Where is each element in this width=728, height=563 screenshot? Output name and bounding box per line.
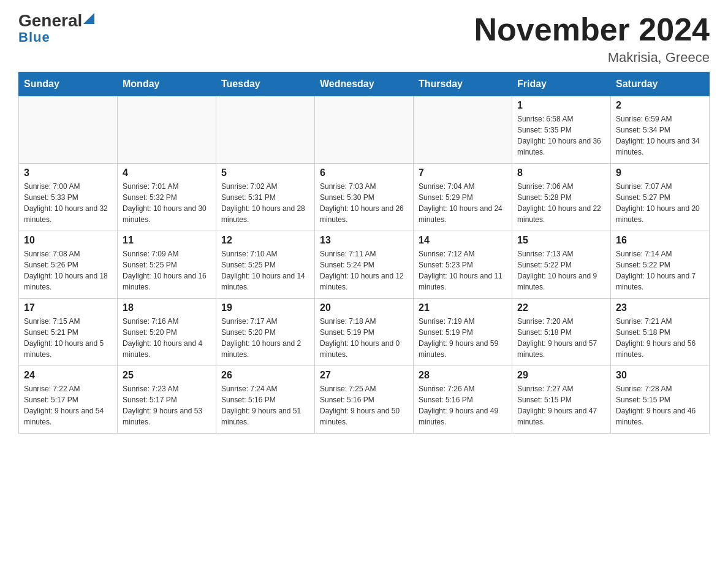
calendar-cell: 20Sunrise: 7:18 AMSunset: 5:19 PMDayligh… — [315, 299, 414, 366]
day-number: 1 — [517, 100, 605, 111]
day-info: Sunrise: 7:16 AMSunset: 5:20 PMDaylight:… — [123, 316, 211, 360]
calendar-cell: 16Sunrise: 7:14 AMSunset: 5:22 PMDayligh… — [611, 231, 710, 299]
week-row-4: 17Sunrise: 7:15 AMSunset: 5:21 PMDayligh… — [19, 299, 710, 366]
calendar-cell: 29Sunrise: 7:27 AMSunset: 5:15 PMDayligh… — [512, 366, 611, 434]
day-number: 24 — [24, 370, 112, 381]
day-info: Sunrise: 7:06 AMSunset: 5:28 PMDaylight:… — [517, 181, 605, 225]
week-row-5: 24Sunrise: 7:22 AMSunset: 5:17 PMDayligh… — [19, 366, 710, 434]
page-header: General Blue November 2024 Makrisia, Gre… — [18, 12, 710, 66]
calendar-cell: 13Sunrise: 7:11 AMSunset: 5:24 PMDayligh… — [315, 231, 414, 299]
day-number: 4 — [123, 167, 211, 178]
calendar-cell: 18Sunrise: 7:16 AMSunset: 5:20 PMDayligh… — [118, 299, 216, 366]
week-row-2: 3Sunrise: 7:00 AMSunset: 5:33 PMDaylight… — [19, 164, 710, 231]
calendar-cell: 1Sunrise: 6:58 AMSunset: 5:35 PMDaylight… — [512, 96, 611, 164]
svg-marker-0 — [83, 13, 94, 24]
location: Makrisia, Greece — [474, 50, 710, 66]
day-number: 30 — [616, 370, 704, 381]
day-number: 28 — [419, 370, 507, 381]
day-number: 2 — [616, 100, 704, 111]
day-of-week-saturday: Saturday — [611, 72, 710, 96]
day-number: 11 — [123, 235, 211, 246]
day-number: 21 — [419, 302, 507, 313]
day-number: 9 — [616, 167, 704, 178]
title-area: November 2024 Makrisia, Greece — [474, 12, 710, 66]
calendar-table: SundayMondayTuesdayWednesdayThursdayFrid… — [18, 72, 710, 434]
day-info: Sunrise: 7:14 AMSunset: 5:22 PMDaylight:… — [616, 248, 704, 293]
calendar-cell: 6Sunrise: 7:03 AMSunset: 5:30 PMDaylight… — [315, 164, 414, 231]
calendar-cell: 14Sunrise: 7:12 AMSunset: 5:23 PMDayligh… — [414, 231, 512, 299]
calendar-cell: 24Sunrise: 7:22 AMSunset: 5:17 PMDayligh… — [19, 366, 118, 434]
day-number: 26 — [221, 370, 309, 381]
day-info: Sunrise: 7:27 AMSunset: 5:15 PMDaylight:… — [517, 383, 605, 427]
calendar-cell — [19, 96, 118, 164]
day-number: 23 — [616, 302, 704, 313]
day-number: 17 — [24, 302, 112, 313]
day-info: Sunrise: 7:23 AMSunset: 5:17 PMDaylight:… — [123, 383, 211, 427]
calendar-cell: 11Sunrise: 7:09 AMSunset: 5:25 PMDayligh… — [118, 231, 216, 299]
calendar-cell: 30Sunrise: 7:28 AMSunset: 5:15 PMDayligh… — [611, 366, 710, 434]
calendar-cell: 2Sunrise: 6:59 AMSunset: 5:34 PMDaylight… — [611, 96, 710, 164]
calendar-cell: 3Sunrise: 7:00 AMSunset: 5:33 PMDaylight… — [19, 164, 118, 231]
day-info: Sunrise: 7:18 AMSunset: 5:19 PMDaylight:… — [320, 316, 408, 360]
day-number: 6 — [320, 167, 408, 178]
day-number: 13 — [320, 235, 408, 246]
day-info: Sunrise: 7:26 AMSunset: 5:16 PMDaylight:… — [419, 383, 507, 427]
calendar-cell: 17Sunrise: 7:15 AMSunset: 5:21 PMDayligh… — [19, 299, 118, 366]
calendar-cell: 12Sunrise: 7:10 AMSunset: 5:25 PMDayligh… — [216, 231, 315, 299]
calendar-cell: 15Sunrise: 7:13 AMSunset: 5:22 PMDayligh… — [512, 231, 611, 299]
calendar-header-row: SundayMondayTuesdayWednesdayThursdayFrid… — [19, 72, 710, 96]
day-info: Sunrise: 7:00 AMSunset: 5:33 PMDaylight:… — [24, 181, 112, 225]
day-info: Sunrise: 7:03 AMSunset: 5:30 PMDaylight:… — [320, 181, 408, 225]
day-info: Sunrise: 7:19 AMSunset: 5:19 PMDaylight:… — [419, 316, 507, 360]
day-info: Sunrise: 7:20 AMSunset: 5:18 PMDaylight:… — [517, 316, 605, 360]
calendar-cell: 7Sunrise: 7:04 AMSunset: 5:29 PMDaylight… — [414, 164, 512, 231]
calendar-cell: 26Sunrise: 7:24 AMSunset: 5:16 PMDayligh… — [216, 366, 315, 434]
day-of-week-friday: Friday — [512, 72, 611, 96]
day-number: 14 — [419, 235, 507, 246]
day-info: Sunrise: 7:09 AMSunset: 5:25 PMDaylight:… — [123, 248, 211, 293]
day-info: Sunrise: 7:10 AMSunset: 5:25 PMDaylight:… — [221, 248, 309, 293]
day-number: 27 — [320, 370, 408, 381]
day-info: Sunrise: 7:02 AMSunset: 5:31 PMDaylight:… — [221, 181, 309, 225]
day-of-week-sunday: Sunday — [19, 72, 118, 96]
calendar-cell: 22Sunrise: 7:20 AMSunset: 5:18 PMDayligh… — [512, 299, 611, 366]
calendar-cell: 4Sunrise: 7:01 AMSunset: 5:32 PMDaylight… — [118, 164, 216, 231]
calendar-cell — [216, 96, 315, 164]
day-number: 8 — [517, 167, 605, 178]
calendar-cell: 23Sunrise: 7:21 AMSunset: 5:18 PMDayligh… — [611, 299, 710, 366]
day-info: Sunrise: 6:58 AMSunset: 5:35 PMDaylight:… — [517, 113, 605, 158]
calendar-cell — [118, 96, 216, 164]
week-row-1: 1Sunrise: 6:58 AMSunset: 5:35 PMDaylight… — [19, 96, 710, 164]
day-of-week-thursday: Thursday — [414, 72, 512, 96]
month-title: November 2024 — [474, 12, 710, 47]
logo: General Blue — [18, 12, 94, 45]
day-of-week-monday: Monday — [118, 72, 216, 96]
day-number: 5 — [221, 167, 309, 178]
day-info: Sunrise: 7:13 AMSunset: 5:22 PMDaylight:… — [517, 248, 605, 293]
day-number: 10 — [24, 235, 112, 246]
day-of-week-wednesday: Wednesday — [315, 72, 414, 96]
calendar-cell: 5Sunrise: 7:02 AMSunset: 5:31 PMDaylight… — [216, 164, 315, 231]
day-of-week-tuesday: Tuesday — [216, 72, 315, 96]
day-info: Sunrise: 7:21 AMSunset: 5:18 PMDaylight:… — [616, 316, 704, 360]
calendar-cell: 19Sunrise: 7:17 AMSunset: 5:20 PMDayligh… — [216, 299, 315, 366]
day-info: Sunrise: 7:28 AMSunset: 5:15 PMDaylight:… — [616, 383, 704, 427]
calendar-cell: 25Sunrise: 7:23 AMSunset: 5:17 PMDayligh… — [118, 366, 216, 434]
day-number: 7 — [419, 167, 507, 178]
day-number: 16 — [616, 235, 704, 246]
day-info: Sunrise: 7:25 AMSunset: 5:16 PMDaylight:… — [320, 383, 408, 427]
logo-triangle-icon — [83, 13, 94, 24]
day-info: Sunrise: 7:01 AMSunset: 5:32 PMDaylight:… — [123, 181, 211, 225]
day-number: 15 — [517, 235, 605, 246]
calendar-cell: 28Sunrise: 7:26 AMSunset: 5:16 PMDayligh… — [414, 366, 512, 434]
week-row-3: 10Sunrise: 7:08 AMSunset: 5:26 PMDayligh… — [19, 231, 710, 299]
day-info: Sunrise: 6:59 AMSunset: 5:34 PMDaylight:… — [616, 113, 704, 158]
calendar-cell — [414, 96, 512, 164]
calendar-cell — [315, 96, 414, 164]
day-number: 29 — [517, 370, 605, 381]
day-info: Sunrise: 7:04 AMSunset: 5:29 PMDaylight:… — [419, 181, 507, 225]
calendar-cell: 8Sunrise: 7:06 AMSunset: 5:28 PMDaylight… — [512, 164, 611, 231]
calendar-cell: 9Sunrise: 7:07 AMSunset: 5:27 PMDaylight… — [611, 164, 710, 231]
day-number: 3 — [24, 167, 112, 178]
day-info: Sunrise: 7:07 AMSunset: 5:27 PMDaylight:… — [616, 181, 704, 225]
